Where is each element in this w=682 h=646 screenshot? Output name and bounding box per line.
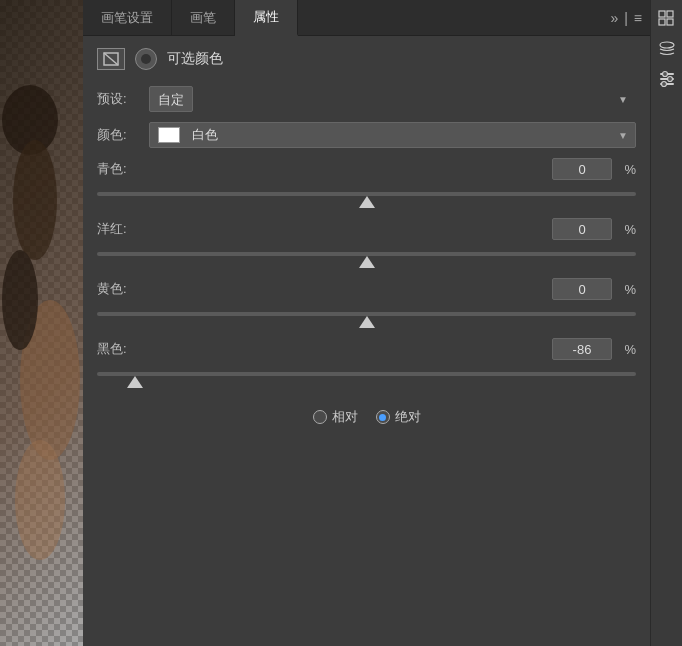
black-label: 黑色: [97,340,149,358]
magenta-slider-thumb[interactable] [359,256,375,268]
yellow-slider-track-container[interactable] [97,304,636,324]
svg-point-3 [15,440,65,560]
black-slider-top: 黑色: -86 % [97,338,636,360]
cyan-slider-track-container[interactable] [97,184,636,204]
properties-panel: 画笔设置 画笔 属性 » | ≡ [83,0,650,646]
magenta-slider-track-container[interactable] [97,244,636,264]
expand-icon[interactable]: » [610,10,618,26]
radio-relative-outer [313,410,327,424]
black-pct: % [616,342,636,357]
color-row: 颜色: 白色 ▼ [97,122,636,148]
svg-rect-8 [667,11,673,17]
cyan-slider-thumb[interactable] [359,196,375,208]
cyan-slider-section: 青色: 0 % [97,158,636,204]
menu-icon[interactable]: ≡ [634,10,642,26]
magenta-label: 洋红: [97,220,149,238]
svg-point-4 [2,250,38,350]
preset-row: 预设: 自定 ▼ [97,86,636,112]
panel-content: 可选颜色 预设: 自定 ▼ 颜色: 白色 [83,36,650,646]
radio-absolute[interactable]: 绝对 [376,408,421,426]
cyan-slider-track [97,192,636,196]
cyan-value-box[interactable]: 0 [552,158,612,180]
toolbar-icon-grid[interactable] [654,6,680,32]
svg-point-1 [13,140,57,260]
color-select-wrapper: 白色 ▼ [149,122,636,148]
right-toolbar [650,0,682,646]
toolbar-icon-adjustments[interactable] [654,66,680,92]
magenta-slider-track [97,252,636,256]
cyan-pct: % [616,162,636,177]
svg-line-6 [104,53,118,65]
radio-row: 相对 绝对 [97,408,636,426]
magenta-slider-top: 洋红: 0 % [97,218,636,240]
panel-wrapper: 画笔设置 画笔 属性 » | ≡ [83,0,682,646]
tab-brush[interactable]: 画笔 [172,0,235,35]
tab-properties[interactable]: 属性 [235,0,298,36]
mask-icon[interactable] [97,48,125,70]
svg-point-13 [662,72,667,77]
svg-rect-9 [659,19,665,25]
black-slider-thumb[interactable] [127,376,143,388]
preset-select-wrapper: 自定 ▼ [149,86,636,112]
black-value-box[interactable]: -86 [552,338,612,360]
panel-title: 可选颜色 [167,50,223,68]
yellow-label: 黄色: [97,280,149,298]
tab-bar: 画笔设置 画笔 属性 » | ≡ [83,0,650,36]
radio-absolute-inner [379,414,386,421]
color-name: 白色 [192,126,627,144]
black-slider-track-container[interactable] [97,364,636,384]
radio-relative-label: 相对 [332,408,358,426]
panel-header: 可选颜色 [97,48,636,70]
preset-label: 预设: [97,90,149,108]
yellow-value-box[interactable]: 0 [552,278,612,300]
yellow-pct: % [616,282,636,297]
svg-rect-10 [667,19,673,25]
yellow-slider-top: 黄色: 0 % [97,278,636,300]
yellow-slider-section: 黄色: 0 % [97,278,636,324]
magenta-value-box[interactable]: 0 [552,218,612,240]
preset-select[interactable]: 自定 [149,86,193,112]
color-swatch-white [158,127,180,143]
radio-absolute-label: 绝对 [395,408,421,426]
preset-dropdown-arrow: ▼ [618,94,628,105]
svg-rect-7 [659,11,665,17]
magenta-slider-section: 洋红: 0 % [97,218,636,264]
tab-brush-settings[interactable]: 画笔设置 [83,0,172,35]
circle-icon[interactable] [135,48,157,70]
toolbar-icon-layers[interactable] [654,36,680,62]
cyan-label: 青色: [97,160,149,178]
radio-relative[interactable]: 相对 [313,408,358,426]
color-label: 颜色: [97,126,149,144]
black-slider-section: 黑色: -86 % [97,338,636,384]
svg-point-17 [661,82,666,87]
color-select[interactable]: 白色 [149,122,636,148]
yellow-slider-track [97,312,636,316]
divider-icon: | [624,10,628,26]
cyan-slider-top: 青色: 0 % [97,158,636,180]
radio-absolute-outer [376,410,390,424]
svg-point-15 [667,77,672,82]
tab-extra-icons: » | ≡ [602,0,650,35]
yellow-slider-thumb[interactable] [359,316,375,328]
magenta-pct: % [616,222,636,237]
black-slider-track [97,372,636,376]
svg-point-11 [660,42,674,48]
canvas-preview [0,0,83,646]
